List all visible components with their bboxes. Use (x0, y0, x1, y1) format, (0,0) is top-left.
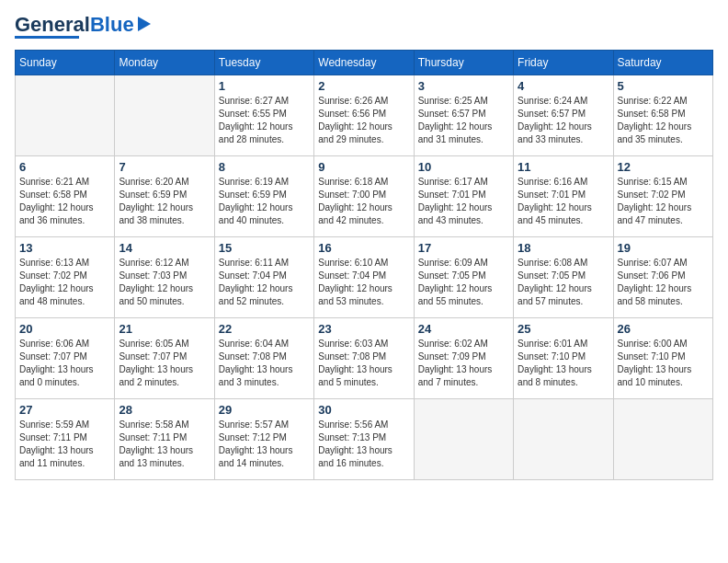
day-info: Sunrise: 6:21 AM Sunset: 6:58 PM Dayligh… (19, 176, 110, 227)
calendar-cell: 10Sunrise: 6:17 AM Sunset: 7:01 PM Dayli… (414, 156, 513, 237)
calendar-day-header: Friday (514, 51, 613, 75)
day-number: 25 (518, 322, 609, 336)
day-number: 21 (119, 322, 210, 336)
calendar-cell: 13Sunrise: 6:13 AM Sunset: 7:02 PM Dayli… (16, 237, 115, 318)
calendar-cell: 4Sunrise: 6:24 AM Sunset: 6:57 PM Daylig… (514, 75, 613, 156)
calendar-cell: 28Sunrise: 5:58 AM Sunset: 7:11 PM Dayli… (115, 399, 214, 480)
day-number: 14 (119, 241, 210, 255)
calendar-day-header: Monday (115, 51, 214, 75)
calendar-week-row: 20Sunrise: 6:06 AM Sunset: 7:07 PM Dayli… (16, 318, 713, 399)
calendar-week-row: 1Sunrise: 6:27 AM Sunset: 6:55 PM Daylig… (16, 75, 713, 156)
day-info: Sunrise: 6:27 AM Sunset: 6:55 PM Dayligh… (219, 95, 310, 146)
calendar-cell (514, 399, 613, 480)
day-number: 1 (219, 79, 310, 93)
day-info: Sunrise: 6:00 AM Sunset: 7:10 PM Dayligh… (618, 338, 709, 389)
calendar-cell: 7Sunrise: 6:20 AM Sunset: 6:59 PM Daylig… (115, 156, 214, 237)
day-info: Sunrise: 5:56 AM Sunset: 7:13 PM Dayligh… (318, 419, 409, 470)
logo-blue: Blue (90, 13, 134, 36)
day-info: Sunrise: 6:06 AM Sunset: 7:07 PM Dayligh… (19, 338, 110, 389)
logo-text: GeneralBlue (15, 15, 134, 35)
day-number: 26 (618, 322, 709, 336)
day-number: 7 (119, 160, 210, 174)
day-info: Sunrise: 6:20 AM Sunset: 6:59 PM Dayligh… (119, 176, 210, 227)
calendar-cell (613, 399, 712, 480)
day-info: Sunrise: 6:12 AM Sunset: 7:03 PM Dayligh… (119, 257, 210, 308)
day-info: Sunrise: 6:22 AM Sunset: 6:58 PM Dayligh… (618, 95, 709, 146)
day-info: Sunrise: 6:11 AM Sunset: 7:04 PM Dayligh… (219, 257, 310, 308)
day-info: Sunrise: 6:19 AM Sunset: 6:59 PM Dayligh… (219, 176, 310, 227)
calendar-cell: 14Sunrise: 6:12 AM Sunset: 7:03 PM Dayli… (115, 237, 214, 318)
calendar-day-header: Sunday (16, 51, 115, 75)
day-number: 13 (19, 241, 110, 255)
calendar-cell: 22Sunrise: 6:04 AM Sunset: 7:08 PM Dayli… (214, 318, 313, 399)
day-info: Sunrise: 6:15 AM Sunset: 7:02 PM Dayligh… (618, 176, 709, 227)
day-info: Sunrise: 6:01 AM Sunset: 7:10 PM Dayligh… (518, 338, 609, 389)
calendar-cell: 25Sunrise: 6:01 AM Sunset: 7:10 PM Dayli… (514, 318, 613, 399)
day-info: Sunrise: 6:03 AM Sunset: 7:08 PM Dayligh… (318, 338, 409, 389)
calendar-cell: 2Sunrise: 6:26 AM Sunset: 6:56 PM Daylig… (314, 75, 414, 156)
day-number: 6 (19, 160, 110, 174)
calendar-cell: 21Sunrise: 6:05 AM Sunset: 7:07 PM Dayli… (115, 318, 214, 399)
calendar-day-header: Tuesday (214, 51, 313, 75)
calendar-table: SundayMondayTuesdayWednesdayThursdayFrid… (15, 50, 713, 480)
day-info: Sunrise: 6:02 AM Sunset: 7:09 PM Dayligh… (418, 338, 509, 389)
day-number: 9 (318, 160, 409, 174)
calendar-cell: 17Sunrise: 6:09 AM Sunset: 7:05 PM Dayli… (414, 237, 513, 318)
logo: GeneralBlue (15, 15, 151, 39)
day-info: Sunrise: 6:05 AM Sunset: 7:07 PM Dayligh… (119, 338, 210, 389)
calendar-cell (414, 399, 513, 480)
calendar-day-header: Thursday (414, 51, 513, 75)
day-info: Sunrise: 6:10 AM Sunset: 7:04 PM Dayligh… (318, 257, 409, 308)
calendar-day-header: Saturday (613, 51, 712, 75)
calendar-cell: 29Sunrise: 5:57 AM Sunset: 7:12 PM Dayli… (214, 399, 313, 480)
calendar-cell (16, 75, 115, 156)
calendar-week-row: 27Sunrise: 5:59 AM Sunset: 7:11 PM Dayli… (16, 399, 713, 480)
calendar-cell: 5Sunrise: 6:22 AM Sunset: 6:58 PM Daylig… (613, 75, 712, 156)
day-number: 18 (518, 241, 609, 255)
day-number: 15 (219, 241, 310, 255)
calendar-cell: 18Sunrise: 6:08 AM Sunset: 7:05 PM Dayli… (514, 237, 613, 318)
day-info: Sunrise: 6:04 AM Sunset: 7:08 PM Dayligh… (219, 338, 310, 389)
logo-general: General (15, 13, 90, 36)
logo-underline (15, 36, 79, 39)
day-info: Sunrise: 6:25 AM Sunset: 6:57 PM Dayligh… (418, 95, 509, 146)
day-info: Sunrise: 5:57 AM Sunset: 7:12 PM Dayligh… (219, 419, 310, 470)
calendar-cell: 23Sunrise: 6:03 AM Sunset: 7:08 PM Dayli… (314, 318, 414, 399)
day-info: Sunrise: 6:17 AM Sunset: 7:01 PM Dayligh… (418, 176, 509, 227)
day-number: 23 (318, 322, 409, 336)
day-number: 30 (318, 403, 409, 417)
calendar-cell: 1Sunrise: 6:27 AM Sunset: 6:55 PM Daylig… (214, 75, 313, 156)
day-number: 19 (618, 241, 709, 255)
calendar-week-row: 13Sunrise: 6:13 AM Sunset: 7:02 PM Dayli… (16, 237, 713, 318)
day-number: 8 (219, 160, 310, 174)
day-number: 12 (618, 160, 709, 174)
calendar-cell: 24Sunrise: 6:02 AM Sunset: 7:09 PM Dayli… (414, 318, 513, 399)
calendar-cell: 26Sunrise: 6:00 AM Sunset: 7:10 PM Dayli… (613, 318, 712, 399)
day-number: 20 (19, 322, 110, 336)
calendar-cell: 19Sunrise: 6:07 AM Sunset: 7:06 PM Dayli… (613, 237, 712, 318)
calendar-cell: 8Sunrise: 6:19 AM Sunset: 6:59 PM Daylig… (214, 156, 313, 237)
day-number: 17 (418, 241, 509, 255)
day-number: 4 (518, 79, 609, 93)
day-info: Sunrise: 6:24 AM Sunset: 6:57 PM Dayligh… (518, 95, 609, 146)
logo-arrow-icon (138, 17, 151, 31)
day-info: Sunrise: 6:13 AM Sunset: 7:02 PM Dayligh… (19, 257, 110, 308)
day-number: 27 (19, 403, 110, 417)
calendar-header-row: SundayMondayTuesdayWednesdayThursdayFrid… (16, 51, 713, 75)
calendar-cell: 3Sunrise: 6:25 AM Sunset: 6:57 PM Daylig… (414, 75, 513, 156)
day-info: Sunrise: 6:09 AM Sunset: 7:05 PM Dayligh… (418, 257, 509, 308)
calendar-cell: 27Sunrise: 5:59 AM Sunset: 7:11 PM Dayli… (16, 399, 115, 480)
day-number: 10 (418, 160, 509, 174)
calendar-cell: 16Sunrise: 6:10 AM Sunset: 7:04 PM Dayli… (314, 237, 414, 318)
day-number: 22 (219, 322, 310, 336)
day-number: 11 (518, 160, 609, 174)
day-number: 24 (418, 322, 509, 336)
day-info: Sunrise: 6:26 AM Sunset: 6:56 PM Dayligh… (318, 95, 409, 146)
calendar-cell: 30Sunrise: 5:56 AM Sunset: 7:13 PM Dayli… (314, 399, 414, 480)
day-info: Sunrise: 5:59 AM Sunset: 7:11 PM Dayligh… (19, 419, 110, 470)
day-info: Sunrise: 6:07 AM Sunset: 7:06 PM Dayligh… (618, 257, 709, 308)
day-number: 2 (318, 79, 409, 93)
day-info: Sunrise: 6:16 AM Sunset: 7:01 PM Dayligh… (518, 176, 609, 227)
calendar-cell: 12Sunrise: 6:15 AM Sunset: 7:02 PM Dayli… (613, 156, 712, 237)
page-header: GeneralBlue (15, 15, 713, 39)
